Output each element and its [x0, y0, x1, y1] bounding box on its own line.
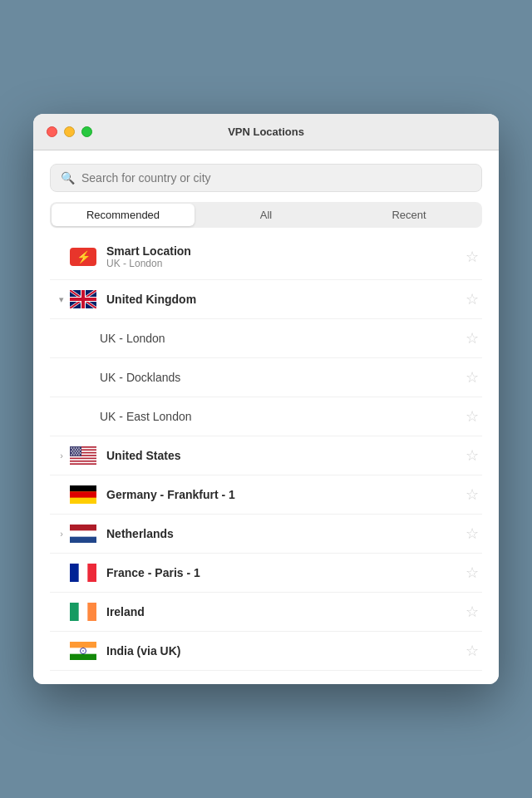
in-location-text: India (via UK): [106, 644, 459, 658]
nl-country-name: Netherlands: [106, 527, 459, 540]
svg-point-33: [71, 454, 72, 456]
search-bar[interactable]: 🔍: [50, 164, 482, 192]
search-input[interactable]: [81, 171, 471, 185]
close-button[interactable]: [47, 126, 57, 137]
svg-point-20: [78, 447, 80, 449]
uk-london-star[interactable]: ☆: [466, 329, 479, 347]
app-window: VPN Locations 🔍 Recommended All Recent ⚡…: [33, 114, 499, 684]
uk-east-london-name: UK - East London: [100, 410, 459, 423]
titlebar: VPN Locations: [33, 114, 499, 150]
svg-rect-47: [70, 603, 79, 621]
svg-rect-13: [70, 456, 96, 458]
svg-rect-45: [87, 564, 96, 582]
svg-point-28: [78, 451, 80, 452]
svg-rect-8: [70, 298, 96, 301]
uk-country-star[interactable]: ☆: [466, 290, 479, 308]
fr-location-item[interactable]: France - Paris - 1 ☆: [50, 554, 482, 593]
fullscreen-button[interactable]: [81, 126, 92, 137]
svg-rect-42: [70, 537, 96, 543]
window-title: VPN Locations: [228, 126, 304, 138]
uk-country-item[interactable]: ▾ United Kingdom ☆: [50, 280, 482, 319]
tab-all[interactable]: All: [195, 204, 337, 226]
svg-rect-51: [70, 654, 96, 660]
smart-location-sub: UK - London: [106, 258, 459, 269]
svg-point-24: [80, 449, 81, 451]
ie-location-item[interactable]: Ireland ☆: [50, 593, 482, 632]
search-icon: 🔍: [61, 171, 75, 185]
ie-flag-icon: [70, 603, 96, 621]
ie-location-star[interactable]: ☆: [466, 603, 479, 621]
tabs-bar: Recommended All Recent: [50, 202, 482, 228]
svg-point-25: [71, 451, 72, 452]
uk-east-london-star[interactable]: ☆: [466, 407, 479, 426]
us-country-name: United States: [106, 449, 459, 462]
uk-chevron-icon: ▾: [53, 294, 70, 305]
uk-london-text: UK - London: [100, 332, 459, 345]
svg-point-21: [72, 449, 74, 451]
in-location-star[interactable]: ☆: [466, 642, 479, 660]
svg-rect-41: [70, 525, 96, 530]
svg-rect-44: [70, 564, 79, 582]
svg-point-32: [80, 452, 81, 454]
uk-east-london-item[interactable]: UK - East London ☆: [50, 397, 482, 436]
uk-docklands-item[interactable]: UK - Docklands ☆: [50, 358, 482, 397]
us-country-item[interactable]: ›: [50, 436, 482, 475]
de-location-star[interactable]: ☆: [466, 485, 479, 504]
svg-point-30: [75, 452, 76, 454]
uk-london-item[interactable]: UK - London ☆: [50, 319, 482, 358]
uk-docklands-text: UK - Docklands: [100, 371, 459, 384]
nl-country-item[interactable]: › Netherlands ☆: [50, 515, 482, 554]
fr-location-name: France - Paris - 1: [106, 566, 459, 579]
ie-location-text: Ireland: [106, 605, 459, 618]
de-flag-icon: [70, 485, 96, 504]
fr-flag-icon: [70, 564, 96, 582]
uk-country-name: United Kingdom: [106, 293, 459, 306]
svg-point-29: [72, 452, 74, 454]
us-country-text: United States: [106, 449, 459, 462]
in-location-name: India (via UK): [106, 644, 459, 658]
in-location-item[interactable]: India (via UK) ☆: [50, 632, 482, 671]
minimize-button[interactable]: [64, 126, 75, 137]
svg-point-19: [76, 447, 77, 449]
us-country-star[interactable]: ☆: [466, 446, 479, 465]
svg-point-53: [82, 650, 83, 651]
svg-point-22: [75, 449, 76, 451]
svg-point-18: [73, 447, 75, 449]
de-location-text: Germany - Frankfurt - 1: [106, 488, 459, 501]
svg-rect-15: [70, 462, 96, 464]
in-flag-icon: [70, 642, 96, 660]
uk-east-london-text: UK - East London: [100, 410, 459, 423]
traffic-lights: [47, 126, 92, 137]
nl-chevron-icon: ›: [53, 529, 70, 539]
uk-country-text: United Kingdom: [106, 293, 459, 306]
de-location-name: Germany - Frankfurt - 1: [106, 488, 459, 501]
us-chevron-icon: ›: [53, 451, 70, 461]
svg-point-17: [71, 447, 72, 449]
smart-location-name: Smart Location: [106, 244, 459, 258]
svg-point-26: [73, 451, 75, 452]
de-location-item[interactable]: Germany - Frankfurt - 1 ☆: [50, 475, 482, 515]
svg-point-35: [76, 454, 77, 456]
uk-docklands-star[interactable]: ☆: [466, 368, 479, 387]
smart-location-item[interactable]: ⚡ Smart Location UK - London ☆: [50, 234, 482, 280]
tab-recommended[interactable]: Recommended: [52, 204, 195, 226]
tab-recent[interactable]: Recent: [337, 204, 480, 226]
svg-point-23: [77, 449, 79, 451]
svg-rect-39: [70, 491, 96, 497]
svg-rect-50: [70, 642, 96, 648]
svg-point-34: [73, 454, 75, 456]
fr-location-star[interactable]: ☆: [466, 564, 479, 582]
svg-rect-48: [87, 603, 96, 621]
location-list: ⚡ Smart Location UK - London ☆ ▾: [50, 234, 482, 684]
smart-location-icon: ⚡: [70, 248, 96, 266]
nl-country-star[interactable]: ☆: [466, 525, 479, 543]
svg-rect-38: [70, 485, 96, 491]
us-flag-icon: [70, 446, 96, 465]
smart-location-star[interactable]: ☆: [466, 248, 479, 266]
svg-rect-14: [70, 459, 96, 461]
uk-docklands-name: UK - Docklands: [100, 371, 459, 384]
uk-london-name: UK - London: [100, 332, 459, 345]
svg-point-27: [76, 451, 77, 452]
svg-point-31: [77, 452, 79, 454]
svg-point-36: [78, 454, 80, 456]
